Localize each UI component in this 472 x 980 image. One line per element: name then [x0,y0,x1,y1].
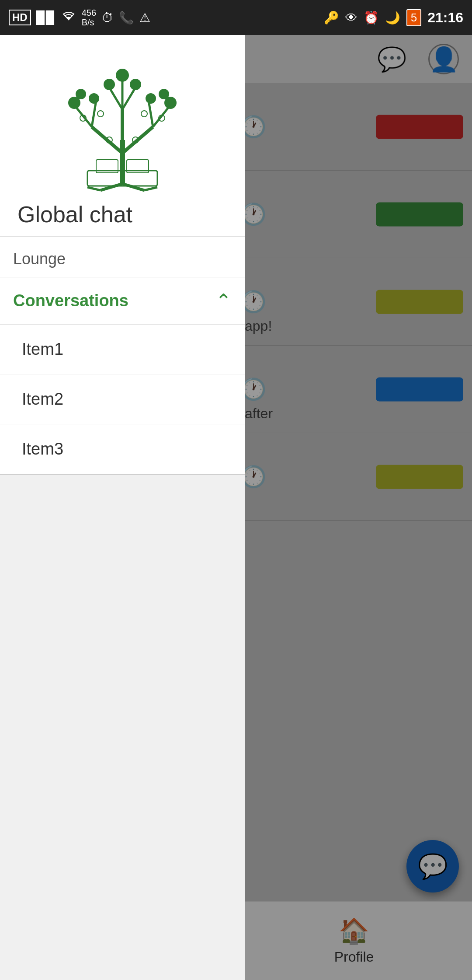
status-left: HD ▉▉ 456B/s ⏱ 📞 ⚠ [9,8,150,27]
eye-icon: 👁 [345,10,357,25]
svg-line-7 [149,101,153,127]
drawer-logo-area [13,52,232,192]
svg-point-20 [146,94,155,103]
app-logo [57,52,188,192]
svg-line-12 [122,184,144,190]
svg-point-26 [141,111,147,117]
svg-point-15 [69,98,80,108]
conversations-label: Conversations [13,291,128,310]
wifi-icon [61,10,76,25]
svg-point-18 [165,98,176,108]
svg-line-14 [144,187,157,190]
moon-icon: 🌙 [385,10,400,25]
drawer-item-2[interactable]: Item2 [0,374,245,424]
svg-point-17 [90,94,98,103]
clock-icon: ⏱ [101,10,114,25]
drawer-panel: Global chat Lounge Conversations ⌃ Item1… [0,35,245,980]
status-bar: HD ▉▉ 456B/s ⏱ 📞 ⚠ 🔑 👁 ⏰ 🌙 5 21:16 [0,0,472,35]
drawer-divider [0,474,245,475]
signal-icon: ▉▉ [36,10,56,25]
drawer-title: Global chat [17,201,132,228]
svg-point-19 [160,90,168,98]
svg-line-9 [122,88,135,109]
svg-line-8 [109,88,122,109]
svg-point-16 [76,90,85,98]
status-time: 21:16 [427,10,463,26]
battery-icon: 5 [406,9,421,26]
drawer-nav: Lounge Conversations ⌃ Item1 Item2 Item3 [0,237,245,980]
alarm-icon: ⏰ [364,10,379,25]
svg-point-22 [117,70,128,81]
drawer-header: Global chat [0,35,245,237]
drawer-conversations-header[interactable]: Conversations ⌃ [0,277,245,325]
voicemail-icon: 📞 [119,10,134,25]
key-icon: 🔑 [324,10,339,25]
chevron-up-icon: ⌃ [215,290,232,312]
svg-line-2 [122,127,153,153]
svg-line-11 [101,184,122,190]
drawer-item-3[interactable]: Item3 [0,424,245,474]
svg-point-23 [131,80,140,89]
svg-point-25 [97,111,104,117]
alert-icon: ⚠ [139,10,150,25]
svg-line-5 [92,101,96,127]
svg-point-21 [104,80,114,89]
svg-line-1 [92,127,122,153]
drawer-lounge-label[interactable]: Lounge [0,237,245,277]
status-right: 🔑 👁 ⏰ 🌙 5 21:16 [324,9,463,26]
drawer-item-1[interactable]: Item1 [0,325,245,374]
hd-badge: HD [9,10,31,25]
svg-line-13 [87,187,101,190]
network-speed: 456B/s [82,8,96,27]
